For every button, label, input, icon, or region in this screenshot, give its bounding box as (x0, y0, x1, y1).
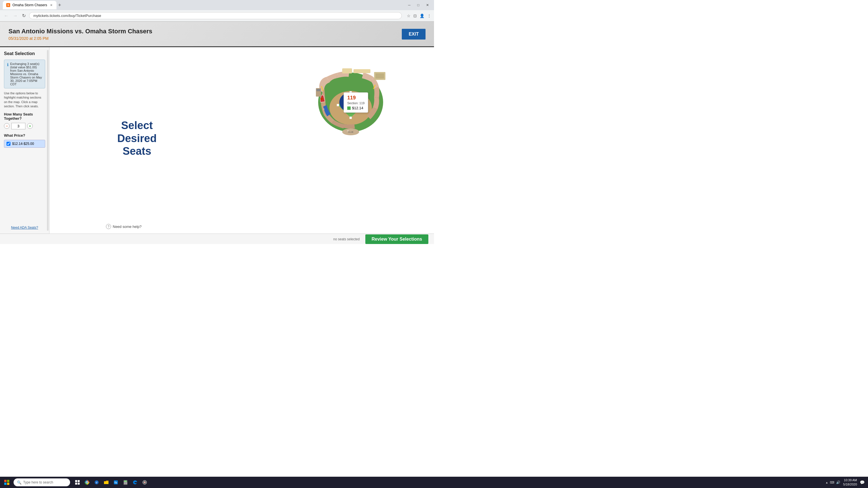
tooltip-price-value: $12.14 (352, 106, 363, 110)
svg-rect-13 (342, 68, 352, 73)
svg-rect-5 (349, 117, 352, 119)
price-label: What Price? (4, 133, 45, 137)
help-instructions: Use the options below to highlight match… (4, 91, 45, 109)
select-desired-seats-text: Select Desired Seats (117, 119, 157, 158)
price-checkbox[interactable] (6, 142, 10, 146)
info-icon: ℹ (7, 62, 8, 86)
price-option[interactable]: $12.14-$25.00 (4, 140, 45, 148)
url-icons: ☆ ⊡ 👤 ⋮ (407, 13, 431, 18)
tab-close-btn[interactable]: ✕ (50, 3, 53, 7)
tab-favicon: S (6, 3, 10, 7)
increase-seats-btn[interactable]: + (27, 123, 33, 129)
no-seats-text: no seats selected (333, 237, 360, 241)
svg-rect-6 (337, 104, 339, 106)
svg-rect-18 (316, 89, 320, 91)
sidebar-title: Seat Selection (4, 51, 45, 56)
browser-tab[interactable]: S Omaha Storm Chasers ✕ (3, 1, 57, 9)
seats-label: How Many Seats Together? (4, 112, 45, 121)
address-bar: ← → ↻ mytickets.tickets.com/buy/TicketPu… (0, 10, 434, 22)
new-tab-button[interactable]: + (58, 3, 61, 8)
svg-text:3: 3 (323, 108, 324, 110)
review-selections-button[interactable]: Review Your Selections (365, 234, 428, 244)
main-layout: Seat Selection ℹ Exchanging 3 seat(s) (t… (0, 47, 434, 233)
bottom-bar: no seats selected Review Your Selections (0, 233, 434, 244)
help-icon: ? (106, 224, 111, 229)
price-dot (347, 106, 351, 110)
section-tooltip: 119 Section: 119 $12.14 (344, 92, 368, 113)
tooltip-section-num: 119 (347, 95, 365, 101)
url-text: mytickets.tickets.com/buy/TicketPurchase (33, 13, 101, 18)
tooltip-section-label: Section: 119 (347, 101, 365, 105)
stadium-map[interactable]: WERNER PARK (304, 56, 395, 141)
seats-input[interactable] (11, 123, 25, 129)
event-title: San Antonio Missions vs. Omaha Storm Cha… (8, 28, 152, 35)
close-btn[interactable]: ✕ (424, 3, 431, 7)
tooltip-price: $12.14 (347, 106, 365, 110)
exit-button[interactable]: EXIT (402, 29, 426, 39)
minimize-btn[interactable]: ─ (406, 3, 413, 7)
info-box: ℹ Exchanging 3 seat(s) (total value $51.… (4, 60, 45, 88)
menu-icon[interactable]: ⋮ (427, 13, 431, 18)
sidebar: Seat Selection ℹ Exchanging 3 seat(s) (t… (0, 47, 50, 233)
ada-link[interactable]: Need ADA Seats? (0, 226, 49, 230)
star-icon[interactable]: ☆ (407, 13, 410, 18)
back-btn[interactable]: ← (3, 12, 10, 20)
window-controls: ─ □ ✕ (406, 3, 431, 7)
seat-counter: − + (4, 123, 45, 129)
decrease-seats-btn[interactable]: − (4, 123, 10, 129)
camera-icon[interactable]: ⊡ (413, 13, 417, 18)
help-button[interactable]: ? Need some help? (106, 224, 142, 229)
svg-text:CLUB: CLUB (348, 131, 353, 133)
scrollbar[interactable] (47, 50, 49, 231)
event-info: San Antonio Missions vs. Omaha Storm Cha… (8, 28, 152, 41)
svg-text:20: 20 (347, 130, 349, 132)
map-area[interactable]: Select Desired Seats WERNER (50, 47, 434, 233)
forward-btn[interactable]: → (12, 12, 19, 20)
svg-rect-16 (375, 73, 384, 78)
refresh-btn[interactable]: ↻ (21, 12, 27, 20)
info-text: Exchanging 3 seat(s) (total value $51.00… (10, 62, 42, 86)
event-date: 05/31/2020 at 2:05 PM (8, 36, 152, 41)
help-label: Need some help? (113, 225, 142, 229)
maximize-btn[interactable]: □ (415, 3, 422, 7)
svg-point-25 (320, 98, 323, 100)
account-icon[interactable]: 👤 (420, 13, 424, 18)
title-bar: S Omaha Storm Chasers ✕ + ─ □ ✕ (0, 0, 434, 10)
svg-rect-14 (353, 69, 370, 73)
tab-title: Omaha Storm Chasers (12, 3, 47, 7)
event-header: San Antonio Missions vs. Omaha Storm Cha… (0, 22, 434, 47)
price-range: $12.14-$25.00 (12, 142, 34, 146)
url-box[interactable]: mytickets.tickets.com/buy/TicketPurchase (29, 12, 402, 19)
